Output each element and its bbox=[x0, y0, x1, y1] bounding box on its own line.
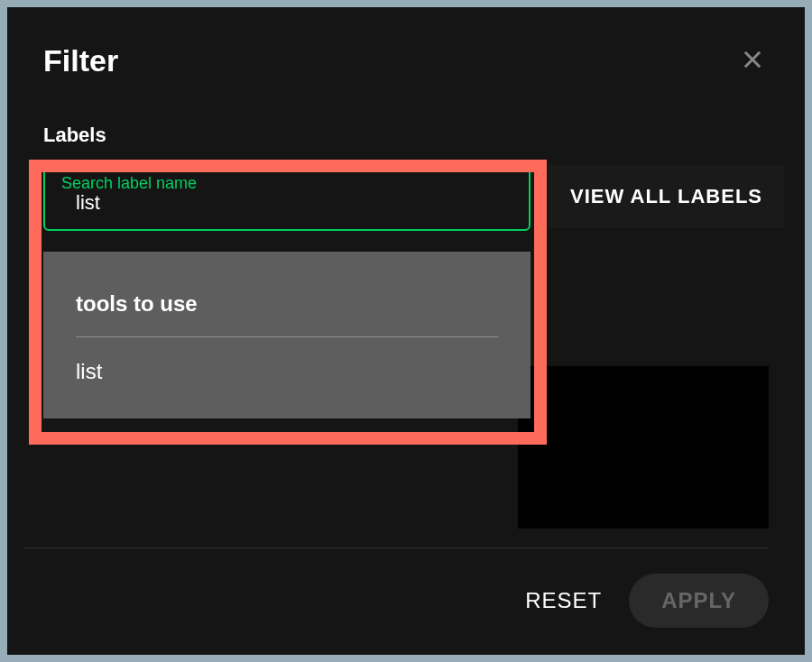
modal-title: Filter bbox=[43, 43, 118, 78]
search-container: Search label name tools to use list bbox=[43, 165, 531, 231]
search-dropdown: tools to use list bbox=[43, 252, 531, 418]
reset-button[interactable]: RESET bbox=[525, 588, 602, 613]
apply-button[interactable]: APPLY bbox=[629, 574, 769, 628]
search-field-label: Search label name bbox=[61, 174, 512, 193]
labels-section-title: Labels bbox=[43, 124, 769, 147]
modal-header: Filter bbox=[43, 43, 769, 78]
view-all-labels-button[interactable]: VIEW ALL LABELS bbox=[549, 165, 784, 228]
dropdown-item[interactable]: tools to use bbox=[76, 279, 498, 337]
filter-modal: Filter Labels Search label name tools to… bbox=[7, 7, 805, 655]
close-icon bbox=[740, 47, 765, 72]
modal-footer: RESET APPLY bbox=[23, 547, 769, 628]
search-input[interactable] bbox=[61, 191, 512, 215]
dropdown-item[interactable]: list bbox=[76, 337, 498, 397]
search-row: Search label name tools to use list VIEW… bbox=[43, 165, 769, 231]
close-button[interactable] bbox=[736, 43, 769, 78]
content-panel bbox=[518, 366, 769, 529]
search-input-wrapper[interactable]: Search label name bbox=[43, 165, 531, 231]
